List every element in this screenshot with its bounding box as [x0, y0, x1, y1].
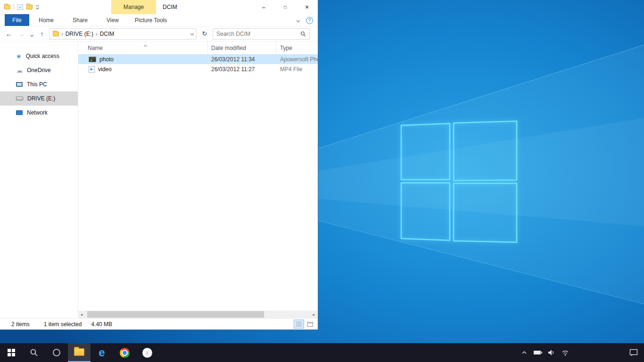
image-file-icon: [89, 57, 96, 62]
horizontal-scrollbar[interactable]: ◄ ►: [78, 311, 318, 318]
file-date: 26/03/2012 11:27: [208, 66, 276, 73]
status-bar: 2 items 1 item selected 4.40 MB: [0, 318, 318, 329]
customize-toolbar-icon[interactable]: [36, 6, 39, 9]
sidebar-item-this-pc[interactable]: This PC: [0, 77, 78, 91]
column-header-date-modified[interactable]: Date modified: [208, 41, 276, 54]
windows-logo-wallpaper-art: [318, 0, 644, 343]
action-center-button[interactable]: [623, 343, 644, 362]
taskbar-itunes-button[interactable]: ♪: [136, 343, 158, 362]
star-icon: ★: [16, 53, 22, 59]
sidebar-item-label: DRIVE (E:): [27, 95, 55, 102]
battery-icon[interactable]: [532, 343, 544, 362]
close-button[interactable]: ×: [296, 0, 318, 14]
crumb-separator: ›: [96, 31, 98, 37]
refresh-icon[interactable]: ↻: [199, 28, 210, 40]
items-count: 2 items: [11, 321, 30, 328]
sidebar-item-label: This PC: [27, 81, 47, 88]
column-header-name[interactable]: Name: [78, 41, 208, 54]
new-folder-icon[interactable]: [26, 5, 33, 9]
scroll-right-icon[interactable]: ►: [310, 311, 318, 318]
file-row-video[interactable]: video 26/03/2012 11:27 MP4 File: [78, 64, 318, 74]
sidebar-item-drive-e[interactable]: DRIVE (E:): [0, 91, 78, 106]
selected-size: 4.40 MB: [91, 321, 112, 328]
drive-icon: [16, 97, 23, 100]
hidden-icons-chevron-icon[interactable]: [518, 343, 530, 362]
address-dropdown-icon[interactable]: [190, 32, 194, 35]
caption-buttons: – □ ×: [253, 0, 318, 14]
ribbon-tab-row: File Home Share View Picture Tools ?: [0, 14, 318, 26]
tab-view[interactable]: View: [97, 14, 128, 26]
location-folder-icon: [53, 32, 59, 36]
back-button[interactable]: ←: [4, 30, 14, 38]
tab-share[interactable]: Share: [63, 14, 97, 26]
maximize-button[interactable]: □: [274, 0, 296, 14]
start-button[interactable]: [0, 343, 23, 362]
cloud-icon: ☁: [16, 67, 23, 74]
search-input[interactable]: [216, 31, 300, 37]
search-icon: [30, 348, 38, 357]
crumb-separator: ›: [61, 31, 63, 37]
action-center-icon: [629, 349, 638, 356]
chrome-icon: [120, 348, 130, 358]
search-icon[interactable]: [300, 31, 306, 37]
window-title: DCIM: [163, 0, 177, 14]
windows-logo-icon: [8, 349, 15, 356]
network-icon[interactable]: [559, 343, 571, 362]
taskbar: e ♪: [0, 343, 644, 362]
scrollbar-thumb[interactable]: [87, 311, 264, 318]
cortana-button[interactable]: [45, 343, 68, 362]
details-view-button[interactable]: [294, 320, 304, 329]
properties-icon[interactable]: ✓: [17, 4, 23, 10]
view-toggle-buttons: [294, 320, 315, 329]
help-icon[interactable]: ?: [306, 17, 313, 24]
recent-locations-icon[interactable]: [29, 30, 34, 38]
system-tray: [518, 343, 571, 362]
file-date: 26/03/2012 11:34: [208, 56, 276, 63]
search-box[interactable]: [213, 28, 310, 40]
title-bar: ✓ Manage DCIM – □ ×: [0, 0, 318, 14]
tab-file[interactable]: File: [5, 14, 29, 26]
computer-icon: [16, 82, 23, 87]
selected-count: 1 item selected: [44, 321, 82, 328]
file-name: photo: [99, 56, 114, 63]
quick-access-toolbar: ✓: [0, 4, 39, 10]
sidebar-item-label: OneDrive: [27, 67, 51, 74]
file-type: Apowersoft Pho: [276, 56, 318, 63]
thumbnails-view-icon: [307, 322, 313, 327]
sidebar-item-label: Quick access: [26, 53, 59, 59]
sidebar-item-onedrive[interactable]: ☁ OneDrive: [0, 63, 78, 77]
qat-separator: [14, 4, 14, 10]
column-header-type[interactable]: Type: [276, 41, 318, 54]
tab-picture-tools[interactable]: Picture Tools: [128, 14, 173, 26]
sidebar-item-network[interactable]: Network: [0, 106, 78, 120]
internet-explorer-icon: e: [99, 347, 105, 358]
address-bar-row: ← → ↑ › DRIVE (E:) › DCIM ↻: [0, 26, 318, 41]
itunes-icon: ♪: [142, 348, 152, 358]
address-bar[interactable]: › DRIVE (E:) › DCIM: [50, 28, 197, 40]
breadcrumb-dcim[interactable]: DCIM: [100, 31, 115, 37]
up-button[interactable]: ↑: [37, 30, 47, 38]
tab-home[interactable]: Home: [29, 14, 63, 26]
column-headers: Name Date modified Type: [78, 41, 318, 54]
manage-context-tab[interactable]: Manage: [111, 0, 156, 14]
forward-button[interactable]: →: [17, 30, 26, 38]
thumbnails-view-button[interactable]: [305, 320, 315, 329]
minimize-button[interactable]: –: [253, 0, 274, 14]
sidebar-item-quick-access[interactable]: ★ Quick access: [0, 49, 78, 63]
expand-ribbon-icon[interactable]: [297, 18, 300, 22]
file-row-photo[interactable]: photo 26/03/2012 11:34 Apowersoft Pho: [78, 54, 318, 64]
file-list-area: Name Date modified Type photo 26/03/2012…: [78, 41, 318, 311]
volume-icon[interactable]: [545, 343, 558, 362]
taskbar-chrome-button[interactable]: [113, 343, 136, 362]
cortana-icon: [52, 348, 61, 357]
navigation-pane: ★ Quick access ☁ OneDrive This PC DRIVE …: [0, 41, 78, 311]
scroll-left-icon[interactable]: ◄: [78, 311, 85, 318]
file-explorer-window: ✓ Manage DCIM – □ × File Home Share View…: [0, 0, 318, 330]
breadcrumb-drive[interactable]: DRIVE (E:): [66, 31, 93, 37]
file-explorer-icon: [74, 348, 84, 356]
taskbar-internet-explorer-button[interactable]: e: [91, 343, 113, 362]
taskbar-file-explorer-button[interactable]: [68, 343, 91, 362]
video-file-icon: [89, 66, 95, 73]
taskbar-search-button[interactable]: [23, 343, 45, 362]
sidebar-item-label: Network: [27, 109, 48, 116]
